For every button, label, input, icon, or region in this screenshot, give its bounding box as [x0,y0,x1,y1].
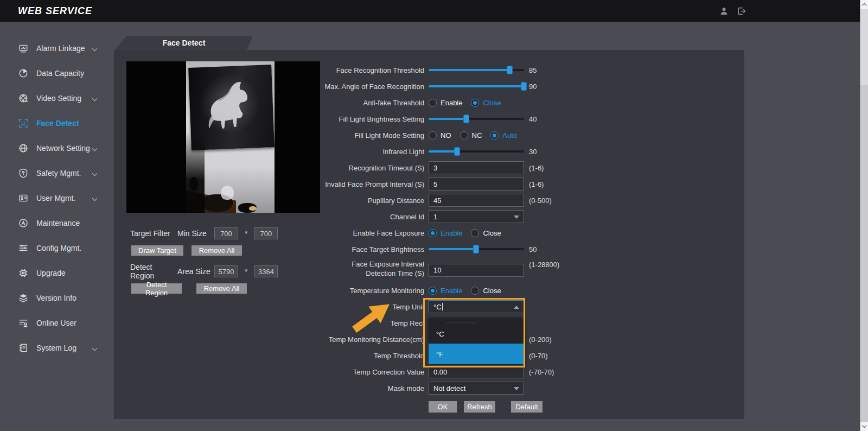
vertical-scrollbar[interactable] [860,0,868,431]
fill-light-no-radio[interactable]: NO [429,131,451,140]
field-label: Channel Id [317,213,424,221]
chevron-down-icon [92,46,98,52]
draw-target-button[interactable]: Draw Target [131,245,183,256]
sidebar-item-label: System Log [36,344,76,352]
refresh-button[interactable]: Refresh [464,401,495,413]
fill-light-nc-radio[interactable]: NC [460,131,482,140]
min-size-width-input[interactable] [214,227,238,239]
face-exposure-enable-radio[interactable]: Enable [429,229,462,237]
channel-id-select[interactable]: 1 [429,210,524,223]
fill-light-auto-radio[interactable]: Auto [490,131,517,140]
form-row-fill-light-mode: Fill Light Mode Setting NO NC Auto [317,127,665,143]
detect-region-label: Detect Region [130,263,177,280]
area-size-width-input[interactable] [214,265,238,277]
camera-preview [126,61,320,213]
field-label: Face Recognition Threshold [317,66,424,74]
video-setting-icon [18,93,28,104]
infrared-light-slider[interactable] [429,150,524,153]
field-label: Fill Light Mode Setting [317,131,424,140]
sidebar-item-safety-mgmt[interactable]: Safety Mgmt. [0,161,112,186]
face-exposure-close-radio[interactable]: Close [471,229,501,237]
detect-region-button[interactable]: Detect Region [131,283,182,294]
sidebar-item-user-mgmt[interactable]: User Mgmt. [0,186,112,211]
user-icon[interactable] [719,7,729,16]
sidebar-item-network-setting[interactable]: Network Setting [0,136,112,161]
ok-button[interactable]: OK [429,401,457,413]
sidebar-item-version-info[interactable]: Version Info [0,286,112,310]
area-size-height-input[interactable] [254,265,278,277]
remove-all-region-button[interactable]: Remove All [196,283,247,294]
form-row-invalid-face-prompt: Invalid Face Prompt Interval (S) (1-6) [317,176,665,192]
system-log-icon [18,343,28,353]
scroll-down-button[interactable] [860,422,868,431]
sidebar-item-alarm-linkage[interactable]: Alarm Linkage [0,36,112,61]
slider-thumb[interactable] [454,147,460,156]
slider-thumb[interactable] [463,115,469,123]
radio-icon [460,131,468,140]
field-label: Mask mode [317,384,424,392]
min-size-height-input[interactable] [254,227,278,239]
sidebar-item-label: Online User [36,319,76,327]
form-row-channel-id: Channel Id 1 [317,208,665,225]
face-detect-panel: Target Filter Min Size * Draw Target Rem… [114,50,744,419]
form-row-mask-mode: Mask mode Not detect [317,380,665,396]
sidebar-item-face-detect[interactable]: Face Detect [0,111,112,136]
slider-value: 85 [529,66,537,74]
face-recognition-threshold-slider[interactable] [429,69,524,71]
mask-mode-select[interactable]: Not detect [429,382,524,395]
radio-icon [490,131,499,140]
remove-all-target-button[interactable]: Remove All [192,245,242,256]
field-label: Infrared Light [317,148,424,156]
dropdown-option-celsius[interactable]: °C [429,324,524,344]
radio-icon [429,99,437,107]
sidebar-item-system-log[interactable]: System Log [0,335,112,360]
form-row-temperature-monitoring: Temperature Monitoring Enable Close [317,282,665,299]
slider-thumb[interactable] [473,245,479,253]
fill-light-brightness-slider[interactable] [429,118,524,120]
scrollbar-thumb[interactable] [860,9,868,85]
slider-thumb[interactable] [521,82,527,91]
maintenance-icon [18,218,28,229]
recognition-timeout-input[interactable] [429,161,524,174]
face-exposure-interval-input[interactable] [429,264,524,277]
chevron-down-icon [514,387,519,390]
temp-unit-combobox[interactable]: °C [429,300,524,313]
temp-correction-input[interactable] [429,365,524,378]
slider-value: 50 [529,245,537,253]
field-label: Temp Threshold [317,352,424,360]
max-angle-slider[interactable] [429,85,524,87]
field-label: Face Exposure IntervalDetection Time (S) [317,257,424,278]
invalid-face-prompt-input[interactable] [429,178,524,191]
sidebar-item-online-user[interactable]: Online User [0,310,112,335]
anti-fake-close-radio[interactable]: Close [471,99,501,107]
pupillary-distance-input[interactable] [429,194,524,207]
user-mgmt-icon [18,193,28,204]
scroll-up-button[interactable] [860,0,868,9]
dropdown-option-fahrenheit[interactable]: °F [429,344,524,364]
range-hint: (1-28800) [529,257,559,269]
sidebar-item-upgrade[interactable]: Upgrade [0,261,112,286]
range-hint: (0-200) [529,335,552,344]
safety-mgmt-icon [18,168,28,179]
network-setting-icon [18,143,28,154]
range-hint: (1-6) [529,180,544,188]
temp-monitoring-close-radio[interactable]: Close [471,287,501,295]
temp-monitoring-enable-radio[interactable]: Enable [429,287,462,295]
tab-face-detect[interactable]: Face Detect [114,36,254,50]
sidebar-item-video-setting[interactable]: Video Setting [0,86,112,111]
text-cursor [442,303,443,310]
radio-icon [471,229,479,237]
sidebar-item-config-mgmt[interactable]: Config Mgmt. [0,236,112,261]
version-info-icon [18,293,28,303]
default-button[interactable]: Default [511,401,542,413]
sidebar-item-maintenance[interactable]: Maintenance [0,211,112,236]
slider-thumb[interactable] [507,66,513,74]
chevron-down-icon [92,196,98,201]
range-hint: (0-500) [529,197,552,205]
logout-icon[interactable] [737,7,746,16]
radio-icon [429,229,437,237]
dropdown-option-partial[interactable] [429,318,524,324]
sidebar-item-data-capacity[interactable]: Data Capacity [0,61,112,86]
anti-fake-enable-radio[interactable]: Enable [429,99,462,107]
face-target-brightness-slider[interactable] [429,248,524,250]
